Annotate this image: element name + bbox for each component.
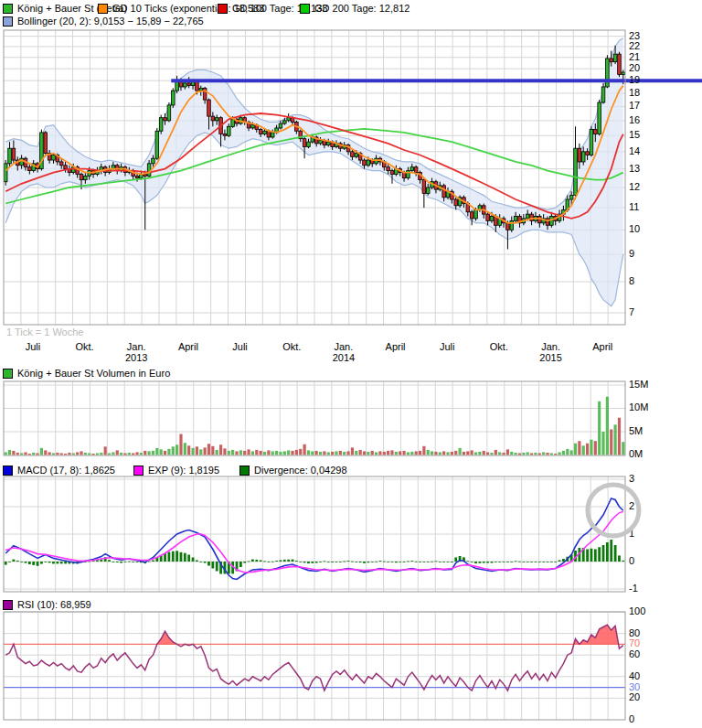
volume-tick-label: 5M: [629, 425, 643, 436]
rsi-panel-grid: [21, 612, 608, 720]
month-label: April: [592, 341, 612, 352]
price-tick-label: 19: [629, 74, 640, 85]
month-label: April: [178, 341, 198, 352]
legend-label: EXP (9): 1,8195: [148, 465, 219, 476]
instrument-color-swatch-icon: [3, 4, 13, 14]
legend-item-divergence: Divergence: 0,04298: [239, 465, 347, 476]
price-tick-label: 23: [629, 30, 640, 41]
price-tick-label: 8: [629, 275, 634, 286]
rsi-tick-label: 60: [629, 648, 640, 659]
month-label: Jan.: [127, 341, 146, 352]
candlestick-chart: [4, 38, 702, 306]
exp-color-swatch-icon: [133, 466, 144, 476]
gd200-color-swatch-icon: [300, 4, 310, 14]
volume-color-swatch-icon: [3, 369, 13, 379]
rsi-tick-label: 0: [629, 713, 634, 724]
month-label: Juli: [26, 341, 41, 352]
price-tick-label: 16: [629, 114, 640, 125]
year-label: 2015: [539, 352, 561, 363]
macd-color-swatch-icon: [3, 466, 13, 476]
month-label: Okt.: [490, 341, 508, 352]
legend-label: RSI (10): 68,959: [17, 599, 91, 610]
price-tick-label: 10: [629, 223, 640, 234]
price-tick-label: 11: [629, 201, 639, 212]
legend-label: MACD (17, 8): 1,8625: [17, 465, 115, 476]
price-tick-label: 18: [629, 87, 640, 98]
rsi-tick-label: 40: [629, 670, 640, 681]
macd-tick-label: 2: [629, 500, 634, 511]
legend-item-rsi: RSI (10): 68,959: [3, 599, 91, 610]
legend-label: GD 200 Tage: 12,812: [314, 3, 410, 14]
price-tick-label: 7: [629, 306, 634, 317]
price-tick-label: 22: [629, 40, 640, 51]
legend-item-volume: König + Bauer St Volumen in Euro: [3, 368, 170, 379]
rsi-tick-label: 20: [629, 691, 640, 702]
volume-tick-label: 15M: [629, 379, 648, 390]
divergence-color-swatch-icon: [239, 466, 250, 476]
month-label: Juli: [232, 341, 248, 352]
macd-tick-label: 3: [629, 473, 634, 484]
gd100-color-swatch-icon: [218, 4, 228, 14]
volume-tick-label: 10M: [629, 401, 648, 412]
month-label: April: [386, 341, 406, 352]
price-tick-label: 15: [629, 129, 640, 140]
legend-item-macd: MACD (17, 8): 1,8625: [3, 465, 115, 476]
price-tick-label: 13: [629, 163, 640, 174]
month-label: Okt.: [282, 341, 301, 352]
legend-item-gd200: GD 200 Tage: 12,812: [300, 3, 410, 14]
price-tick-label: 9: [629, 248, 634, 259]
price-tick-label: 14: [629, 145, 640, 156]
price-tick-label: 20: [629, 62, 640, 73]
bollinger-color-swatch-icon: [3, 16, 13, 27]
rsi-tick-label: 100: [629, 605, 645, 616]
volume-panel-grid: [21, 381, 608, 455]
price-tick-label: 17: [629, 100, 640, 111]
year-label: 2013: [125, 352, 147, 363]
stock-chart-page: 232221201918171615141312111098715M10M5M0…: [0, 0, 702, 728]
price-tick-label: 21: [629, 51, 640, 62]
rsi-tick-label: 70: [629, 637, 640, 648]
month-label: Jan.: [334, 341, 353, 352]
macd-tick-label: -1: [629, 583, 638, 594]
year-label: 2014: [333, 352, 355, 363]
month-label: Jan.: [541, 341, 560, 352]
chart-canvas[interactable]: 232221201918171615141312111098715M10M5M0…: [0, 0, 702, 728]
rsi-overbought-fill: [157, 625, 619, 644]
rsi-tick-label: 80: [629, 627, 640, 638]
legend-item-exp: EXP (9): 1,8195: [133, 465, 219, 476]
rsi-color-swatch-icon: [3, 600, 13, 610]
legend-label: König + Bauer St Volumen in Euro: [17, 368, 170, 379]
month-label: Okt.: [75, 341, 93, 352]
month-label: Juli: [440, 341, 455, 352]
price-tick-label: 12: [629, 181, 640, 192]
legend-label: Divergence: 0,04298: [254, 465, 347, 476]
volume-tick-label: 0M: [629, 448, 643, 459]
rsi-tick-label: 30: [629, 681, 640, 692]
legend-item-bollinger: Bollinger (20, 2): 9,0153 − 15,89 − 22,7…: [3, 16, 204, 27]
macd-tick-label: 0: [629, 555, 634, 566]
gd10-color-swatch-icon: [98, 4, 108, 14]
legend-label: Bollinger (20, 2): 9,0153 − 15,89 − 22,7…: [17, 16, 204, 27]
tick-interval-note: 1 Tick = 1 Woche: [6, 327, 83, 337]
